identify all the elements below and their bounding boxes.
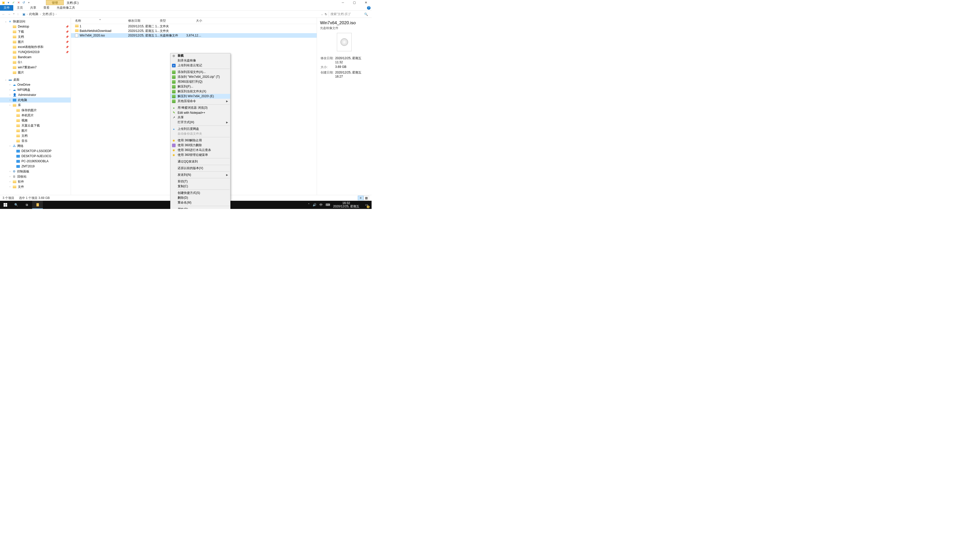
sidebar-item[interactable]: 音乐: [0, 138, 71, 143]
ribbon-file[interactable]: 文件: [0, 5, 13, 11]
sidebar-item[interactable]: G:\: [0, 60, 71, 65]
task-view-button[interactable]: ⧉: [21, 201, 32, 209]
context-menu-item[interactable]: ≡上传到有道云笔记: [170, 63, 230, 68]
context-menu-item[interactable]: 打开方式(H)▶: [170, 120, 230, 125]
explorer-taskbar-button[interactable]: ▇: [32, 201, 43, 209]
context-menu-item[interactable]: 添加到压缩文件(A)...: [170, 70, 230, 75]
start-button[interactable]: [0, 201, 11, 209]
sidebar-item[interactable]: ›🗑回收站: [0, 174, 71, 179]
file-row[interactable]: 12020/12/15, 星期二 1...文件夹: [71, 24, 317, 29]
context-menu-item[interactable]: 刻录光盘映像: [170, 58, 230, 63]
refresh-button[interactable]: ↻: [325, 13, 327, 16]
sidebar-item[interactable]: 图片📌: [0, 39, 71, 44]
qa-close-icon[interactable]: ✕: [17, 1, 21, 4]
breadcrumb[interactable]: ▣ › 此电脑 › 文档 (E:) ›: [21, 11, 318, 17]
sidebar-item[interactable]: YUNQISHI2019📌: [0, 49, 71, 55]
context-menu-item[interactable]: 剪切(T): [170, 179, 230, 184]
view-icons-button[interactable]: ▦: [363, 196, 369, 200]
sidebar-item[interactable]: 图片: [0, 70, 71, 75]
context-menu-item[interactable]: 添加到 "Win7x64_2020.zip" (T): [170, 75, 230, 79]
sidebar-item[interactable]: 文档📌: [0, 34, 71, 39]
sidebar-quick-access[interactable]: ⌄ ★ 快速访问: [0, 19, 71, 24]
ribbon-iso-tools[interactable]: 光盘映像工具: [53, 5, 79, 11]
context-menu-item[interactable]: 用360压缩打开(Q): [170, 79, 230, 84]
file-row[interactable]: BaiduNetdiskDownload2020/12/25, 星期五 1...…: [71, 29, 317, 33]
ime-indicator[interactable]: 中: [320, 203, 323, 207]
context-menu-item[interactable]: ↗共享: [170, 115, 230, 120]
view-details-button[interactable]: ≡: [358, 196, 363, 200]
sidebar-item[interactable]: ZMT2019: [0, 164, 71, 169]
col-type[interactable]: 类型: [160, 19, 186, 23]
context-menu-item[interactable]: 发送到(N)▶: [170, 172, 230, 177]
qa-dropdown-icon[interactable]: ▼: [27, 1, 30, 4]
context-menu-item[interactable]: 删除(D): [170, 195, 230, 200]
sidebar-item[interactable]: 图片: [0, 128, 71, 133]
address-dropdown-icon[interactable]: ⌄: [321, 13, 323, 16]
col-date[interactable]: 修改日期: [128, 19, 160, 23]
notification-center-button[interactable]: ▭3: [363, 201, 371, 209]
search-input[interactable]: 搜索"文档 (E:)" 🔍: [329, 11, 369, 17]
sidebar-item[interactable]: Desktop📌: [0, 24, 71, 29]
sidebar-item[interactable]: 文档: [0, 133, 71, 138]
context-menu-item[interactable]: ✎Edit with Notepad++: [170, 110, 230, 115]
breadcrumb-root[interactable]: 此电脑: [29, 12, 38, 16]
context-menu-item[interactable]: 属性(R): [170, 207, 230, 209]
ime-mode-icon[interactable]: ⌨: [326, 203, 330, 206]
file-row[interactable]: Win7x64_2020.iso2020/12/25, 星期五 1...光盘映像…: [71, 33, 317, 38]
sidebar-item[interactable]: PC-20190530OBLA: [0, 159, 71, 164]
minimize-button[interactable]: ─: [337, 0, 348, 5]
qa-save-icon[interactable]: ▾: [6, 1, 10, 4]
context-menu-item[interactable]: 其他压缩命令▶: [170, 99, 230, 103]
back-button[interactable]: ←: [2, 13, 5, 16]
context-menu-item[interactable]: ◎装载: [170, 53, 230, 58]
ribbon-share[interactable]: 共享: [27, 5, 40, 11]
sidebar-item[interactable]: 下载📌: [0, 29, 71, 34]
qa-check-icon[interactable]: ✓: [12, 1, 15, 4]
sidebar-item[interactable]: ›🖧网络: [0, 143, 71, 148]
sidebar-item[interactable]: ›此电脑: [0, 97, 71, 103]
breadcrumb-folder[interactable]: 文档 (E:): [42, 12, 54, 16]
sidebar-item[interactable]: ›⚙控制面板: [0, 169, 71, 174]
sidebar-item[interactable]: ›👤Administrator: [0, 92, 71, 97]
up-button[interactable]: ↑: [17, 13, 19, 16]
context-menu-item[interactable]: 解压到(F)...: [170, 84, 230, 89]
context-menu-item[interactable]: 创建快捷方式(S): [170, 191, 230, 195]
volume-icon[interactable]: 🔊: [313, 203, 317, 206]
sidebar-item[interactable]: 本机照片: [0, 113, 71, 118]
col-name[interactable]: 名称▴: [71, 19, 128, 23]
sidebar-item[interactable]: ›文件: [0, 184, 71, 189]
qa-undo-icon[interactable]: ↺: [22, 1, 25, 4]
context-menu-item[interactable]: ◉使用 360进行木马云查杀: [170, 148, 230, 152]
sidebar-item[interactable]: DESKTOP-NJEU3CG: [0, 154, 71, 159]
context-menu-item[interactable]: 还原以前的版本(V): [170, 166, 230, 171]
ribbon-view[interactable]: 查看: [40, 5, 53, 11]
col-size[interactable]: 大小: [186, 19, 204, 23]
context-menu-item[interactable]: 解压到 Win7x64_2020\ (E): [170, 94, 230, 99]
maximize-button[interactable]: ▢: [348, 0, 360, 5]
sidebar-item[interactable]: ›☁WPS网盘: [0, 87, 71, 92]
search-button[interactable]: 🔍: [11, 201, 21, 209]
taskbar-clock[interactable]: 16:32 2020/12/25, 星期五: [333, 202, 360, 208]
sidebar-item[interactable]: DESKTOP-LSSOEDP: [0, 148, 71, 154]
tray-chevron-icon[interactable]: ˄: [308, 203, 310, 206]
sidebar-item[interactable]: Bandicam: [0, 55, 71, 60]
help-icon[interactable]: ?: [367, 6, 371, 10]
context-menu-item[interactable]: 通过QQ发送到: [170, 159, 230, 164]
sidebar-item[interactable]: ›☁OneDrive: [0, 82, 71, 87]
sidebar-item[interactable]: ›库: [0, 103, 71, 108]
sidebar-desktop[interactable]: ⌄ ▬ 桌面: [0, 77, 71, 82]
ribbon-context-tab[interactable]: 管理: [46, 0, 64, 5]
context-menu-item[interactable]: ◉使用 360解除占用: [170, 138, 230, 143]
context-menu-item[interactable]: 解压到当前文件夹(X): [170, 89, 230, 94]
context-menu-item[interactable]: ●上传到百度网盘: [170, 127, 230, 131]
sidebar-item[interactable]: 天翼云盘下载: [0, 123, 71, 128]
context-menu-item[interactable]: 重命名(M): [170, 200, 230, 205]
context-menu-item[interactable]: 使用 360强力删除: [170, 143, 230, 148]
sidebar-item[interactable]: 视频: [0, 118, 71, 123]
close-button[interactable]: ✕: [360, 0, 372, 5]
history-dropdown[interactable]: ▾: [13, 13, 14, 16]
ribbon-home[interactable]: 主页: [13, 5, 27, 11]
sidebar-item[interactable]: ›软件: [0, 179, 71, 184]
sidebar-item[interactable]: 保存的图片: [0, 108, 71, 113]
context-menu-item[interactable]: ●用 蜂蜜浏览器 浏览(3): [170, 105, 230, 110]
